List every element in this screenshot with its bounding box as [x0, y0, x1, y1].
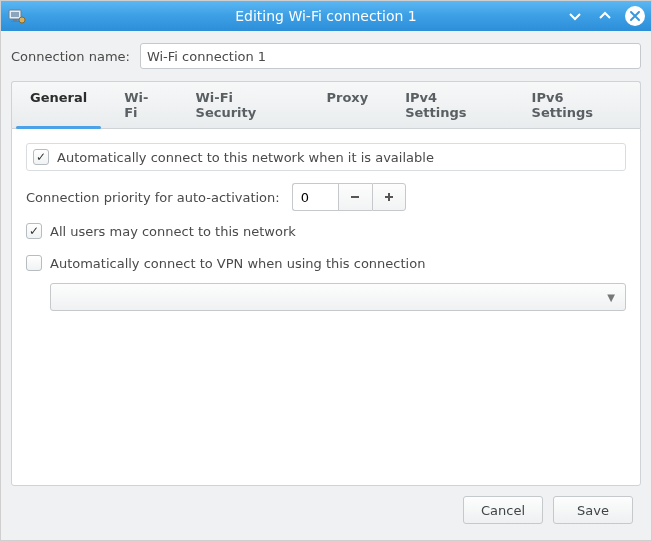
tab-ipv4[interactable]: IPv4 Settings: [387, 82, 513, 128]
priority-spin: [292, 183, 406, 211]
auto-vpn-label: Automatically connect to VPN when using …: [50, 256, 425, 271]
dialog-buttons: Cancel Save: [11, 486, 641, 532]
svg-rect-5: [351, 196, 359, 198]
titlebar: Editing Wi-Fi connection 1: [1, 1, 651, 31]
tab-ipv6[interactable]: IPv6 Settings: [514, 82, 640, 128]
auto-connect-row[interactable]: Automatically connect to this network wh…: [26, 143, 626, 171]
svg-rect-1: [11, 12, 19, 17]
connection-name-value: Wi-Fi connection 1: [147, 49, 266, 64]
cancel-button[interactable]: Cancel: [463, 496, 543, 524]
svg-rect-2: [13, 19, 17, 21]
spacer: [26, 323, 626, 475]
tab-panel-general: Automatically connect to this network wh…: [11, 128, 641, 486]
priority-label: Connection priority for auto-activation:: [26, 190, 280, 205]
tab-general[interactable]: General: [12, 82, 106, 128]
svg-rect-3: [11, 21, 19, 22]
all-users-row[interactable]: All users may connect to this network: [26, 223, 626, 239]
auto-vpn-row[interactable]: Automatically connect to VPN when using …: [26, 255, 626, 271]
connection-name-row: Connection name: Wi-Fi connection 1: [11, 43, 641, 69]
vpn-select[interactable]: ▼: [50, 283, 626, 311]
priority-input[interactable]: [292, 183, 338, 211]
window-buttons: [565, 6, 645, 26]
minimize-button[interactable]: [565, 6, 585, 26]
auto-vpn-checkbox[interactable]: [26, 255, 42, 271]
tab-wifi-security[interactable]: Wi-Fi Security: [178, 82, 309, 128]
priority-increment[interactable]: [372, 183, 406, 211]
all-users-checkbox[interactable]: [26, 223, 42, 239]
close-button[interactable]: [625, 6, 645, 26]
connection-name-input[interactable]: Wi-Fi connection 1: [140, 43, 641, 69]
window-title: Editing Wi-Fi connection 1: [1, 8, 651, 24]
svg-rect-7: [388, 193, 390, 201]
plus-icon: [383, 191, 395, 203]
tab-bar: General Wi-Fi Wi-Fi Security Proxy IPv4 …: [11, 81, 641, 128]
content: Connection name: Wi-Fi connection 1 Gene…: [1, 31, 651, 540]
chevron-down-icon: ▼: [607, 292, 615, 303]
connection-name-label: Connection name:: [11, 49, 130, 64]
auto-connect-label: Automatically connect to this network wh…: [57, 150, 434, 165]
save-button[interactable]: Save: [553, 496, 633, 524]
tab-proxy[interactable]: Proxy: [308, 82, 387, 128]
window: Editing Wi-Fi connection 1 Connection na…: [0, 0, 652, 541]
tab-wifi[interactable]: Wi-Fi: [106, 82, 177, 128]
maximize-button[interactable]: [595, 6, 615, 26]
priority-decrement[interactable]: [338, 183, 372, 211]
all-users-label: All users may connect to this network: [50, 224, 296, 239]
minus-icon: [349, 191, 361, 203]
app-icon: [7, 6, 27, 26]
svg-point-4: [19, 17, 25, 23]
auto-connect-checkbox[interactable]: [33, 149, 49, 165]
priority-row: Connection priority for auto-activation:: [26, 183, 626, 211]
